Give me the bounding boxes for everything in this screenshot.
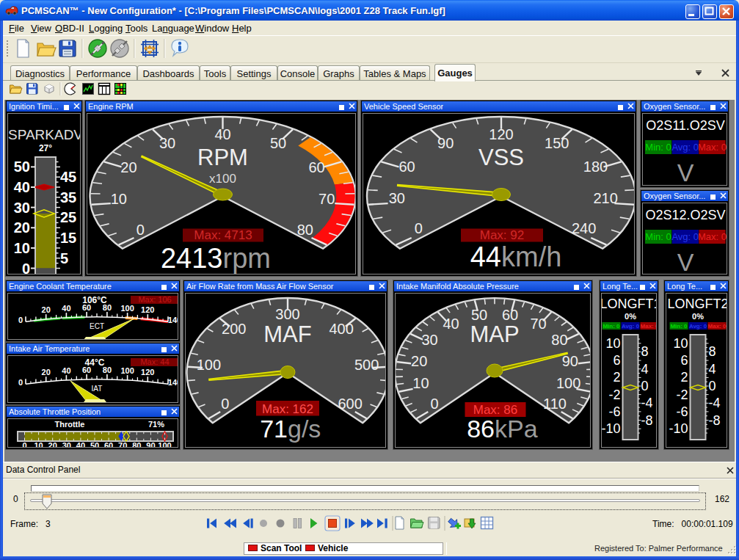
svg-text:-4: -4 [709,396,721,410]
svg-text:150: 150 [545,135,569,151]
svg-text:10: 10 [111,191,127,207]
svg-text:40: 40 [14,179,30,195]
svg-text:240: 240 [572,220,596,236]
svg-text:45: 45 [60,169,76,185]
svg-text:30: 30 [389,190,405,206]
svg-text:30: 30 [159,135,175,151]
svg-text:Avg: 0: Avg: 0 [671,142,699,153]
svg-text:rpm: rpm [223,243,271,274]
svg-text:Min: 0: Min: 0 [645,231,671,242]
svg-text:-8: -8 [709,413,721,428]
svg-text:50: 50 [270,135,286,151]
svg-text:180: 180 [583,159,608,175]
svg-text:-2: -2 [608,388,620,402]
svg-text:2413: 2413 [161,243,223,274]
svg-text:0: 0 [221,396,229,412]
svg-text:V: V [677,159,694,186]
svg-text:10: 10 [673,336,688,351]
svg-text:110: 110 [543,396,567,412]
svg-text:140: 140 [168,316,178,324]
svg-text:20: 20 [411,353,427,369]
svg-text:90: 90 [437,135,454,151]
svg-text:8: 8 [641,344,649,359]
svg-text:80: 80 [551,332,567,348]
svg-text:44: 44 [470,241,501,272]
svg-text:IAT: IAT [92,385,103,393]
svg-text:60: 60 [82,303,91,312]
svg-text:71: 71 [260,415,288,443]
svg-text:0: 0 [415,220,423,236]
svg-text:Throttle: Throttle [55,420,85,429]
svg-text:ECT: ECT [90,322,104,330]
svg-text:60: 60 [104,441,113,448]
svg-text:60: 60 [308,159,324,175]
svg-text:Avg: 0: Avg: 0 [671,231,699,242]
svg-text:35: 35 [60,189,76,206]
svg-text:40: 40 [62,304,70,313]
svg-text:g/s: g/s [288,415,321,443]
svg-text:6: 6 [680,353,688,368]
svg-text:0: 0 [22,441,26,448]
svg-text:50: 50 [14,159,30,175]
svg-text:-10: -10 [669,421,688,436]
svg-text:20: 20 [14,219,30,236]
svg-text:120: 120 [141,305,154,314]
svg-text:80: 80 [103,303,112,312]
svg-text:70: 70 [118,441,127,448]
svg-text:10: 10 [34,441,43,448]
svg-text:LONGFT2: LONGFT2 [667,297,727,311]
svg-text:40: 40 [62,366,70,375]
svg-text:120: 120 [489,126,513,142]
svg-text:0: 0 [430,396,438,412]
svg-text:Max: 4713: Max: 4713 [194,228,252,242]
svg-text:VSS: VSS [478,145,524,170]
svg-text:200: 200 [222,321,246,337]
svg-text:70: 70 [530,316,546,332]
svg-text:SPARKADV: SPARKADV [8,127,81,142]
svg-text:30: 30 [14,200,30,216]
svg-text:8: 8 [709,344,716,359]
svg-text:LONGFT1: LONGFT1 [602,297,657,311]
svg-text:100: 100 [120,366,134,375]
svg-text:2: 2 [613,370,620,385]
svg-text:Avg: 0: Avg: 0 [622,323,640,330]
svg-text:100: 100 [158,441,171,448]
svg-text:0: 0 [136,222,145,238]
svg-text:Avg: 0: Avg: 0 [689,323,707,330]
svg-text:600: 600 [338,396,362,412]
svg-text:kPa: kPa [495,415,538,443]
svg-text:27°: 27° [39,143,52,153]
svg-text:-8: -8 [641,413,653,428]
svg-text:100: 100 [120,304,134,313]
svg-text:210: 210 [594,190,618,206]
svg-text:500: 500 [354,357,379,373]
svg-text:2: 2 [680,370,688,385]
svg-text:Min: 0: Min: 0 [670,323,688,330]
svg-text:-6: -6 [676,404,688,419]
svg-text:70: 70 [318,191,335,207]
svg-text:0: 0 [641,379,649,393]
svg-text:20: 20 [42,305,51,314]
svg-text:140: 140 [168,378,178,387]
svg-text:90: 90 [146,441,155,448]
svg-text:-10: -10 [602,421,621,436]
svg-text:50: 50 [471,307,487,323]
svg-text:20: 20 [120,159,136,175]
svg-text:V: V [677,248,694,274]
svg-text:80: 80 [103,366,112,374]
svg-text:x100: x100 [209,172,236,186]
svg-text:40: 40 [76,441,85,448]
svg-text:100: 100 [556,375,580,391]
svg-text:90: 90 [562,353,578,369]
svg-text:O2S12.O2SV: O2S12.O2SV [645,208,725,222]
svg-text:MAP: MAP [470,321,519,347]
svg-text:10: 10 [605,336,620,351]
svg-text:Max: 0: Max: 0 [708,323,727,330]
svg-text:400: 400 [330,321,354,337]
svg-text:-4: -4 [641,396,653,410]
svg-text:60: 60 [398,159,415,175]
svg-text:Max: 0: Max: 0 [698,231,727,242]
svg-text:40: 40 [443,316,459,332]
svg-text:20: 20 [48,441,57,448]
svg-text:Max: 0: Max: 0 [641,323,657,330]
